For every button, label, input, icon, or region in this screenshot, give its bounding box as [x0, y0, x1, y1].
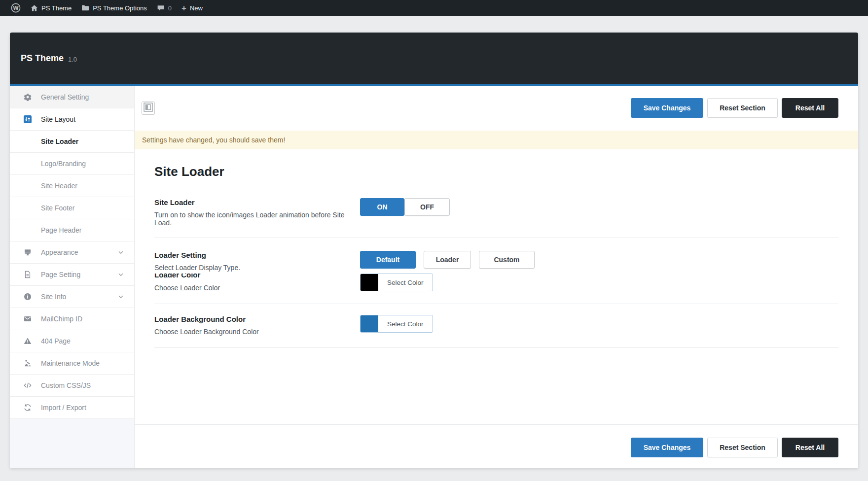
sidebar-item-label: Page Header — [41, 226, 124, 234]
loader-bg-color-control: Select Color — [360, 315, 433, 333]
field-site-loader: Site Loader Turn on to show the icon/ima… — [154, 182, 838, 238]
no-icon-spacer — [24, 204, 32, 212]
loader-bg-color-picker-button[interactable]: Select Color — [360, 315, 433, 333]
toggle-off-button[interactable]: OFF — [404, 198, 450, 216]
field-loader-setting: Loader Setting Select Loader Display Typ… — [154, 238, 838, 304]
field-label-col: Loader Setting Select Loader Display Typ… — [154, 251, 360, 272]
sidebar-item-label: Import / Export — [41, 404, 124, 412]
field-description: Choose Loader Background Color — [154, 328, 360, 336]
loader-type-custom-button[interactable]: Custom — [479, 251, 535, 269]
plus-icon: + — [181, 4, 186, 12]
no-icon-spacer — [24, 182, 32, 190]
no-icon-spacer — [24, 226, 32, 234]
sidebar-item-custom-css-js[interactable]: Custom CSS/JS — [10, 375, 134, 397]
sidebar-item-label: Site Info — [41, 293, 117, 301]
sidebar-item-404-page[interactable]: 404 Page — [10, 330, 134, 352]
sidebar-item-site-loader[interactable]: Site Loader — [10, 131, 134, 153]
comments-count: 0 — [168, 4, 172, 12]
sidebar-item-general-setting[interactable]: General Setting — [10, 86, 134, 108]
chevron-down-icon — [117, 249, 124, 256]
sidebar-item-logo-branding[interactable]: Logo/Branding — [10, 153, 134, 175]
sidebar-item-label: MailChimp ID — [41, 315, 124, 323]
brush-icon — [24, 248, 32, 256]
reset-all-button-bottom[interactable]: Reset All — [782, 438, 838, 457]
mail-icon — [24, 315, 32, 323]
toggle-on-button[interactable]: ON — [360, 198, 404, 216]
wordpress-logo-icon: W — [11, 3, 21, 13]
clipped-label-wrap: Loader Color — [154, 274, 360, 279]
field-loader-background-color: Loader Background Color Choose Loader Ba… — [154, 304, 838, 348]
reset-section-button[interactable]: Reset Section — [707, 98, 778, 118]
save-changes-button[interactable]: Save Changes — [631, 98, 703, 118]
sidebar-item-label: Site Footer — [41, 204, 124, 212]
notice-text: Settings have changed, you should save t… — [142, 136, 285, 144]
settings-sidebar: General Setting Site Layout Site Loader … — [10, 86, 135, 468]
admin-bar-new[interactable]: + New — [177, 0, 208, 16]
sidebar-item-label: 404 Page — [41, 337, 124, 345]
sidebar-item-appearance[interactable]: Appearance — [10, 241, 134, 264]
loader-color-picker-button[interactable]: Select Color — [360, 274, 433, 291]
field-label-col: Loader Color Choose Loader Color — [154, 274, 360, 292]
code-icon — [24, 381, 32, 389]
field-label-col: Loader Background Color Choose Loader Ba… — [154, 315, 360, 336]
chevron-down-icon — [117, 271, 124, 278]
sidebar-item-label: Custom CSS/JS — [41, 381, 124, 389]
sidebar-item-label: Logo/Branding — [41, 160, 124, 168]
theme-header: PS Theme 1.0 — [10, 33, 858, 84]
sidebar-item-label: Maintenance Mode — [41, 359, 124, 367]
loader-type-loader-button[interactable]: Loader — [424, 251, 471, 269]
admin-bar-comments[interactable]: 0 — [152, 0, 177, 16]
admin-bar-theme-options[interactable]: PS Theme Options — [76, 0, 152, 16]
loader-type-default-button[interactable]: Default — [360, 251, 416, 269]
field-label: Loader Background Color — [154, 315, 360, 323]
top-action-buttons: Save Changes Reset Section Reset All — [631, 98, 838, 118]
site-layout-icon — [24, 115, 32, 123]
comment-icon — [157, 4, 165, 12]
chevron-down-icon — [117, 293, 124, 300]
loader-color-row: Loader Color Choose Loader Color Select … — [154, 274, 433, 292]
sidebar-item-maintenance-mode[interactable]: Maintenance Mode — [10, 352, 134, 375]
wp-logo-menu[interactable]: W — [6, 0, 26, 16]
sidebar-item-mailchimp-id[interactable]: MailChimp ID — [10, 308, 134, 330]
sidebar-item-label: General Setting — [41, 93, 124, 101]
sidebar-item-site-footer[interactable]: Site Footer — [10, 197, 134, 219]
page-title: Site Loader — [154, 164, 838, 179]
sidebar-item-label: Appearance — [41, 248, 117, 256]
no-icon-spacer — [24, 137, 32, 145]
loader-color-control: Select Color — [360, 274, 433, 291]
field-description: Select Loader Display Type. — [154, 264, 360, 272]
field-label-col: Site Loader Turn on to show the icon/ima… — [154, 198, 360, 227]
field-label: Loader Setting — [154, 251, 360, 259]
sidebar-item-site-header[interactable]: Site Header — [10, 175, 134, 197]
field-description: Turn on to show the icon/images Loader a… — [154, 211, 360, 227]
top-toolbar: Save Changes Reset Section Reset All — [135, 98, 858, 118]
sidebar-item-site-info[interactable]: Site Info — [10, 286, 134, 308]
admin-bar-site-name-label: PS Theme — [41, 4, 72, 12]
settings-fields: Site Loader Turn on to show the icon/ima… — [154, 182, 838, 348]
gear-icon — [24, 93, 32, 101]
reset-section-button-bottom[interactable]: Reset Section — [707, 438, 778, 457]
warning-icon — [24, 337, 32, 345]
admin-bar-theme-options-label: PS Theme Options — [93, 4, 147, 12]
save-changes-button-bottom[interactable]: Save Changes — [631, 438, 703, 457]
select-color-label: Select Color — [378, 274, 433, 291]
bottom-toolbar: Save Changes Reset Section Reset All — [135, 424, 858, 468]
loader-setting-row: Loader Setting Select Loader Display Typ… — [154, 251, 535, 272]
sidebar-item-site-layout[interactable]: Site Layout — [10, 108, 134, 131]
sidebar-item-page-setting[interactable]: Page Setting — [10, 264, 134, 286]
field-label: Loader Color — [154, 274, 200, 279]
sidebar-item-import-export[interactable]: Import / Export — [10, 397, 134, 419]
theme-version: 1.0 — [68, 56, 77, 63]
admin-bar-site-name[interactable]: PS Theme — [26, 0, 76, 16]
sync-icon — [24, 404, 32, 412]
unsaved-changes-notice: Settings have changed, you should save t… — [135, 131, 858, 149]
wp-admin-bar: W PS Theme PS Theme Options 0 + New — [0, 0, 868, 16]
reset-all-button[interactable]: Reset All — [782, 98, 838, 118]
layout-toggle-button[interactable] — [142, 102, 155, 115]
settings-content: Save Changes Reset Section Reset All Set… — [135, 86, 858, 468]
color-swatch — [361, 274, 378, 291]
no-icon-spacer — [24, 160, 32, 168]
sidebar-item-page-header[interactable]: Page Header — [10, 219, 134, 241]
site-loader-toggle: ON OFF — [360, 198, 450, 216]
sidebar-item-label: Site Layout — [41, 115, 124, 123]
